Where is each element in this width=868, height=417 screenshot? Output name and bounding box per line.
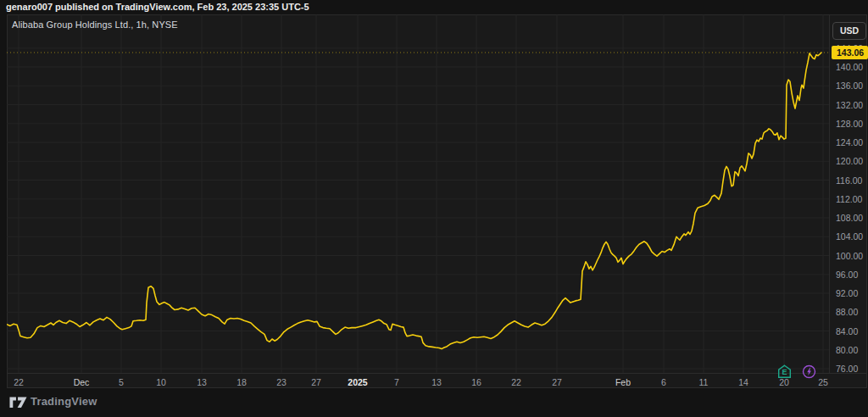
time-tick-label: Dec [74, 377, 90, 387]
price-tick-label: 92.00 [836, 288, 858, 298]
published-chart-screen: genaro007 published on TradingView.com, … [0, 0, 868, 417]
price-tick-label: 124.00 [836, 137, 863, 147]
price-tick-label: 104.00 [836, 231, 863, 242]
tradingview-brand-text[interactable]: TradingView [31, 395, 97, 408]
time-tick-label: 25 [818, 377, 828, 387]
legend-symbol-text: Alibaba Group Holdings Ltd., 1h, NYSE [12, 19, 178, 30]
time-tick-label: 13 [197, 377, 207, 387]
price-tick-label: 136.00 [836, 81, 863, 91]
time-tick-label: 5 [119, 377, 124, 387]
chart-legend: Alibaba Group Holdings Ltd., 1h, NYSE [12, 19, 178, 30]
price-chart-plot[interactable] [7, 14, 829, 373]
publish-attribution-bar: genaro007 published on TradingView.com, … [0, 0, 868, 14]
price-tick-label: 96.00 [836, 270, 858, 280]
price-tick-label: 116.00 [836, 175, 862, 186]
time-tick-label: Feb [615, 377, 631, 387]
time-tick-label: 10 [156, 377, 166, 387]
price-axis[interactable]: 76.0080.0084.0088.0092.0096.00100.00104.… [829, 15, 867, 373]
price-tick-label: 140.00 [836, 62, 863, 72]
time-tick-label: 27 [552, 377, 562, 387]
time-tick-label: 16 [471, 377, 481, 387]
price-tick-label: 80.00 [836, 345, 858, 355]
time-tick-label: 7 [394, 377, 399, 387]
events-lightning-icon[interactable] [802, 364, 816, 379]
time-tick-label: 14 [738, 377, 748, 387]
time-tick-label: 18 [236, 377, 247, 387]
time-tick-label: 13 [431, 377, 442, 387]
time-tick-label: 22 [14, 377, 24, 387]
time-axis[interactable]: 22Dec510131823272025713162227Feb61114202… [7, 373, 867, 389]
currency-toggle-button[interactable]: USD [832, 22, 866, 40]
time-tick-label: 23 [276, 377, 287, 387]
price-tick-label: 100.00 [836, 251, 863, 261]
price-tick-label: 108.00 [836, 213, 863, 223]
time-tick-label: 11 [699, 377, 709, 387]
price-tick-label: 128.00 [836, 119, 863, 129]
time-tick-label: 27 [311, 377, 321, 387]
price-line-series [7, 53, 821, 349]
price-tick-label: 132.00 [836, 100, 863, 110]
time-tick-label: 6 [661, 377, 666, 387]
tradingview-logo-icon[interactable] [9, 397, 27, 409]
time-tick-label: 2025 [348, 377, 367, 387]
price-tick-label: 120.00 [836, 156, 863, 166]
publish-attribution-text: genaro007 published on TradingView.com, … [6, 2, 309, 12]
time-tick-label: 22 [511, 377, 521, 387]
footer-bar: TradingView [0, 388, 868, 417]
earnings-marker-icon[interactable]: E [777, 364, 792, 379]
price-tick-label: 84.00 [836, 326, 858, 336]
svg-text:E: E [782, 368, 787, 376]
last-price-badge: 143.06 [832, 46, 868, 59]
price-tick-label: 112.00 [836, 194, 862, 204]
price-tick-label: 88.00 [836, 307, 858, 317]
